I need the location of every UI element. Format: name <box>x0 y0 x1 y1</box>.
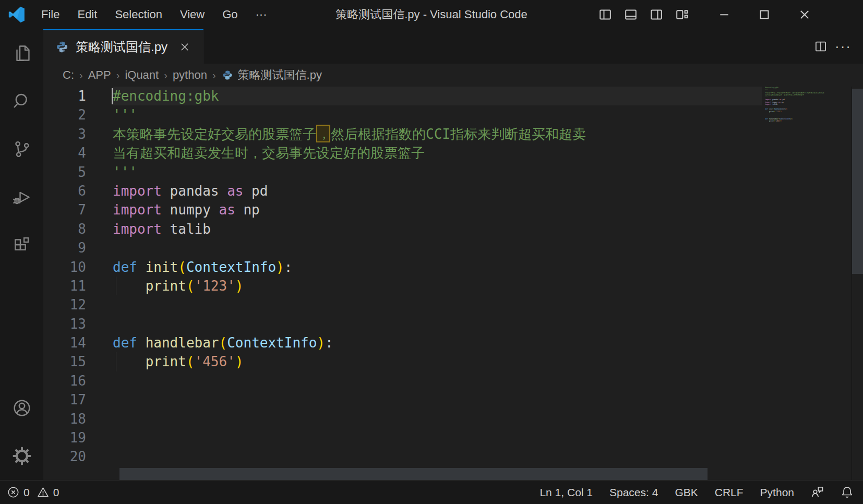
sidebar-item-source-control[interactable] <box>0 125 43 173</box>
notifications-bell-icon[interactable] <box>841 486 854 499</box>
breadcrumb: C: › APP › iQuant › python › 策略测试国信.py <box>43 64 863 87</box>
vertical-scrollbar-thumb[interactable] <box>852 89 863 274</box>
code-line[interactable]: 4当有超买和超卖发生时，交易事先设定好的股票篮子 <box>43 143 762 162</box>
toggle-secondary-sidebar-icon[interactable] <box>643 7 669 22</box>
breadcrumb-file[interactable]: 策略测试国信.py <box>222 67 322 83</box>
line-number[interactable]: 6 <box>43 182 86 200</box>
breadcrumb-drive[interactable]: C: <box>62 68 75 82</box>
chevron-right-icon: › <box>75 69 87 81</box>
editor[interactable]: 1#encoding:gbk2'''3本策略事先设定好交易的股票篮子，然后根据指… <box>43 87 863 480</box>
line-number[interactable]: 5 <box>43 163 86 182</box>
code-text: 本策略事先设定好交易的股票篮子，然后根据指数的CCI指标来判断超买和超卖 <box>113 125 762 143</box>
chevron-right-icon: › <box>208 69 220 81</box>
line-number[interactable]: 12 <box>43 295 86 314</box>
code-line[interactable]: 3本策略事先设定好交易的股票篮子，然后根据指数的CCI指标来判断超买和超卖 <box>43 125 762 143</box>
line-number[interactable]: 2 <box>43 105 86 124</box>
code-line[interactable]: 15 print('456') <box>43 352 762 371</box>
code-line[interactable]: 9 <box>43 238 762 257</box>
vertical-scrollbar[interactable] <box>852 87 863 480</box>
code-text <box>113 410 762 428</box>
account-icon <box>11 398 32 418</box>
line-number[interactable]: 19 <box>43 428 86 447</box>
code-lines: 1#encoding:gbk2'''3本策略事先设定好交易的股票篮子，然后根据指… <box>43 87 762 466</box>
menu-go[interactable]: Go <box>213 8 246 21</box>
accounts-button[interactable] <box>0 384 43 432</box>
minimize-button[interactable] <box>704 7 744 22</box>
code-line[interactable]: 12 <box>43 295 762 314</box>
code-line[interactable]: 11 print('123') <box>43 277 762 295</box>
sidebar-item-explorer[interactable] <box>0 29 43 77</box>
horizontal-scrollbar-thumb[interactable] <box>119 468 708 480</box>
maximize-button[interactable] <box>744 7 784 22</box>
code-line[interactable]: 5''' <box>43 163 762 182</box>
code-line[interactable]: 18 <box>43 410 762 428</box>
line-number[interactable]: 9 <box>43 238 86 257</box>
menu-file[interactable]: File <box>32 8 68 21</box>
tab-file[interactable]: 策略测试国信.py <box>43 29 203 64</box>
line-number[interactable]: 4 <box>43 143 86 162</box>
sidebar-item-search[interactable] <box>0 77 43 125</box>
line-number[interactable]: 13 <box>43 315 86 333</box>
menu-more[interactable]: ··· <box>247 8 276 21</box>
code-text: def handlebar(ContextInfo): <box>113 333 762 352</box>
code-line[interactable]: 19 <box>43 428 762 447</box>
close-window-button[interactable] <box>784 7 824 22</box>
chevron-right-icon: › <box>112 69 124 81</box>
chevron-right-icon: › <box>160 69 172 81</box>
code-line[interactable]: 6import pandas as pd <box>43 182 762 200</box>
minimap[interactable]: #encoding:gbk'''本策略事先设定好交易的股票篮子，然后根据指数的C… <box>762 87 852 480</box>
code-text <box>113 295 762 314</box>
code-line[interactable]: 7import numpy as np <box>43 200 762 219</box>
line-number[interactable]: 15 <box>43 352 86 371</box>
customize-layout-icon[interactable] <box>669 7 694 22</box>
code-text <box>113 371 762 390</box>
settings-button[interactable] <box>0 432 43 480</box>
code-line[interactable]: 16 <box>43 371 762 390</box>
line-number[interactable]: 1 <box>43 87 86 105</box>
line-number[interactable]: 10 <box>43 258 86 277</box>
line-number[interactable]: 20 <box>43 447 86 466</box>
split-editor-icon[interactable] <box>814 40 828 53</box>
menu-view[interactable]: View <box>171 8 213 21</box>
toggle-sidebar-icon[interactable] <box>592 7 618 22</box>
line-number[interactable]: 17 <box>43 390 86 409</box>
horizontal-scrollbar[interactable] <box>43 468 762 480</box>
code-text: import talib <box>113 220 762 238</box>
code-line[interactable]: 20 <box>43 447 762 466</box>
line-number[interactable]: 16 <box>43 371 86 390</box>
indentation-setting[interactable]: Spaces: 4 <box>609 486 658 499</box>
menu-edit[interactable]: Edit <box>68 8 106 21</box>
breadcrumb-iquant[interactable]: iQuant <box>124 68 160 82</box>
menu-selection[interactable]: Selection <box>106 8 171 21</box>
line-number[interactable]: 3 <box>43 125 86 143</box>
line-number[interactable]: 18 <box>43 410 86 428</box>
language-mode[interactable]: Python <box>760 486 794 499</box>
code-line[interactable]: 14def handlebar(ContextInfo): <box>43 333 762 352</box>
code-line[interactable]: 17 <box>43 390 762 409</box>
problems-button[interactable]: 0 0 <box>7 486 59 499</box>
code-line[interactable]: 1#encoding:gbk <box>43 87 762 105</box>
toggle-panel-icon[interactable] <box>618 7 643 22</box>
files-icon <box>12 43 32 63</box>
cursor-position[interactable]: Ln 1, Col 1 <box>540 486 593 499</box>
line-number[interactable]: 11 <box>43 277 86 295</box>
encoding-setting[interactable]: GBK <box>675 486 698 499</box>
sidebar-item-extensions[interactable] <box>0 221 43 269</box>
tab-label: 策略测试国信.py <box>76 39 167 55</box>
feedback-icon[interactable] <box>811 486 824 499</box>
close-tab-icon[interactable] <box>179 41 190 53</box>
code-line[interactable]: 13 <box>43 315 762 333</box>
eol-setting[interactable]: CRLF <box>715 486 744 499</box>
line-number[interactable]: 8 <box>43 220 86 238</box>
breadcrumb-app[interactable]: APP <box>87 68 112 82</box>
sidebar-item-run-debug[interactable] <box>0 173 43 221</box>
code-text: def init(ContextInfo): <box>113 258 762 277</box>
error-count: 0 <box>23 486 30 499</box>
code-line[interactable]: 8import talib <box>43 220 762 238</box>
line-number[interactable]: 7 <box>43 200 86 219</box>
line-number[interactable]: 14 <box>43 333 86 352</box>
code-line[interactable]: 10def init(ContextInfo): <box>43 258 762 277</box>
breadcrumb-python[interactable]: python <box>172 68 208 82</box>
more-actions-icon[interactable]: ··· <box>835 41 852 52</box>
code-line[interactable]: 2''' <box>43 105 762 124</box>
